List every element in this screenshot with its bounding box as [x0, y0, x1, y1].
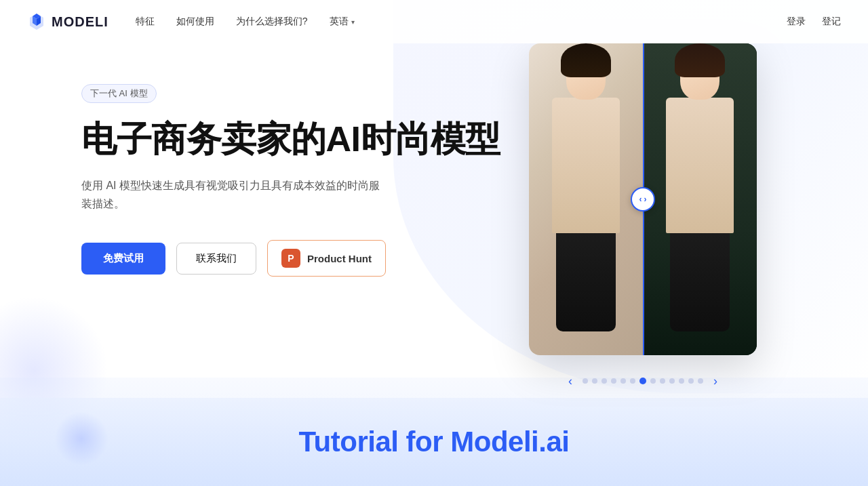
carousel-dot-7[interactable] [639, 378, 646, 384]
register-button[interactable]: 登记 [822, 16, 841, 28]
contact-us-button[interactable]: 联系我们 [176, 243, 256, 275]
tutorial-section: Tutorial for Modeli.ai [0, 398, 868, 486]
carousel-prev-button[interactable]: ‹ [562, 373, 578, 389]
split-handle[interactable]: ‹› [631, 187, 655, 211]
nav-actions: 登录 登记 [787, 16, 841, 28]
carousel-dot-4[interactable] [611, 378, 616, 384]
hero-subtitle: 使用 AI 模型快速生成具有视觉吸引力且具有成本效益的时尚服装描述。 [81, 176, 380, 213]
split-arrows: ‹› [639, 195, 647, 204]
hero-badge: 下一代 AI 模型 [81, 84, 157, 103]
nav-link-why-us[interactable]: 为什么选择我们? [236, 16, 308, 28]
nav-link-how-to-use[interactable]: 如何使用 [176, 16, 214, 28]
carousel-next-button[interactable]: › [707, 373, 724, 389]
image-right-panel [643, 43, 757, 355]
chevron-down-icon: ▾ [351, 18, 355, 26]
nav-link-features[interactable]: 特征 [136, 16, 155, 28]
carousel-dot-11[interactable] [679, 378, 684, 384]
product-hunt-button[interactable]: P Product Hunt [267, 240, 386, 277]
nav-links: 特征 如何使用 为什么选择我们? 英语 ▾ [136, 16, 787, 28]
carousel-dot-10[interactable] [669, 378, 675, 384]
carousel-dot-12[interactable] [688, 378, 694, 384]
carousel-dot-9[interactable] [660, 378, 665, 384]
free-trial-button[interactable]: 免费试用 [81, 243, 165, 275]
hero-buttons: 免费试用 联系我们 P Product Hunt [81, 240, 502, 277]
login-button[interactable]: 登录 [787, 16, 806, 28]
hero-image: ‹› [529, 43, 757, 355]
hero-section: 下一代 AI 模型 电子商务卖家的AI时尚模型 使用 AI 模型快速生成具有视觉… [0, 43, 868, 382]
deco-circle-left [54, 411, 108, 466]
hero-image-container: ‹› ‹ › [529, 43, 757, 355]
product-hunt-icon: P [281, 249, 300, 268]
nav-link-language[interactable]: 英语 ▾ [330, 16, 355, 28]
hero-content: 下一代 AI 模型 电子商务卖家的AI时尚模型 使用 AI 模型快速生成具有视觉… [81, 70, 502, 277]
logo-text: MODELI [52, 14, 108, 30]
carousel-dot-3[interactable] [601, 378, 607, 384]
logo[interactable]: MODELI [27, 12, 108, 31]
hero-title: 电子商务卖家的AI时尚模型 [81, 119, 502, 160]
tutorial-title: Tutorial for Modeli.ai [299, 426, 570, 458]
carousel-dot-8[interactable] [650, 378, 656, 384]
product-hunt-label: Product Hunt [307, 253, 372, 264]
logo-icon [27, 12, 46, 31]
image-left-panel [529, 43, 643, 355]
carousel-dot-5[interactable] [620, 378, 626, 384]
carousel-dot-1[interactable] [583, 378, 588, 384]
carousel-dot-2[interactable] [592, 378, 597, 384]
carousel-dot-13[interactable] [698, 378, 703, 384]
navbar: MODELI 特征 如何使用 为什么选择我们? 英语 ▾ 登录 登记 [0, 0, 868, 43]
carousel-dot-6[interactable] [630, 378, 635, 384]
carousel-dots: ‹ › [562, 373, 724, 389]
